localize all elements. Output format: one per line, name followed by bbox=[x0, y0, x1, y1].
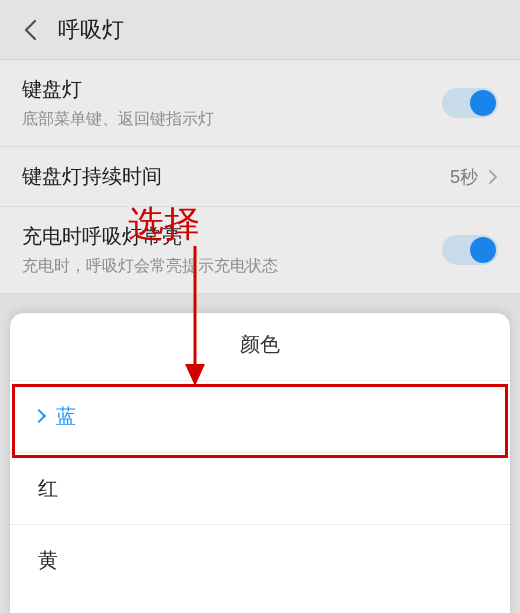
row-sublabel: 充电时，呼吸灯会常亮提示充电状态 bbox=[22, 256, 442, 277]
row-texts: 键盘灯 底部菜单键、返回键指示灯 bbox=[22, 76, 442, 130]
option-label: 红 bbox=[38, 477, 58, 499]
row-texts: 充电时呼吸灯常亮 充电时，呼吸灯会常亮提示充电状态 bbox=[22, 223, 442, 277]
row-charge-breath[interactable]: 充电时呼吸灯常亮 充电时，呼吸灯会常亮提示充电状态 bbox=[0, 207, 520, 294]
row-texts: 键盘灯持续时间 bbox=[22, 163, 450, 190]
option-label: 黄 bbox=[38, 549, 58, 571]
row-value: 5秒 bbox=[450, 165, 478, 189]
color-options: 蓝 红 黄 bbox=[10, 380, 510, 596]
header: 呼吸灯 bbox=[0, 0, 520, 60]
back-button[interactable] bbox=[16, 16, 44, 44]
settings-list: 键盘灯 底部菜单键、返回键指示灯 键盘灯持续时间 5秒 充电时呼吸灯常亮 充电时… bbox=[0, 60, 520, 294]
row-keyboard-light[interactable]: 键盘灯 底部菜单键、返回键指示灯 bbox=[0, 60, 520, 147]
row-label: 键盘灯持续时间 bbox=[22, 163, 450, 190]
color-option-yellow[interactable]: 黄 bbox=[10, 524, 510, 596]
sheet-title: 颜色 bbox=[10, 313, 510, 380]
toggle-knob bbox=[470, 90, 496, 116]
color-option-blue[interactable]: 蓝 bbox=[10, 380, 510, 452]
color-option-red[interactable]: 红 bbox=[10, 452, 510, 524]
screen: 呼吸灯 键盘灯 底部菜单键、返回键指示灯 键盘灯持续时间 5秒 充电时呼吸灯常亮… bbox=[0, 0, 520, 613]
toggle-charge-breath[interactable] bbox=[442, 235, 498, 265]
chevron-left-icon bbox=[23, 19, 37, 41]
toggle-knob bbox=[470, 237, 496, 263]
option-label: 蓝 bbox=[56, 405, 76, 427]
row-label: 键盘灯 bbox=[22, 76, 442, 103]
chevron-right-icon bbox=[488, 169, 498, 185]
toggle-keyboard-light[interactable] bbox=[442, 88, 498, 118]
row-sublabel: 底部菜单键、返回键指示灯 bbox=[22, 109, 442, 130]
page-title: 呼吸灯 bbox=[58, 15, 124, 45]
color-sheet: 颜色 蓝 红 黄 bbox=[10, 313, 510, 613]
row-keyboard-duration[interactable]: 键盘灯持续时间 5秒 bbox=[0, 147, 520, 207]
row-label: 充电时呼吸灯常亮 bbox=[22, 223, 442, 250]
